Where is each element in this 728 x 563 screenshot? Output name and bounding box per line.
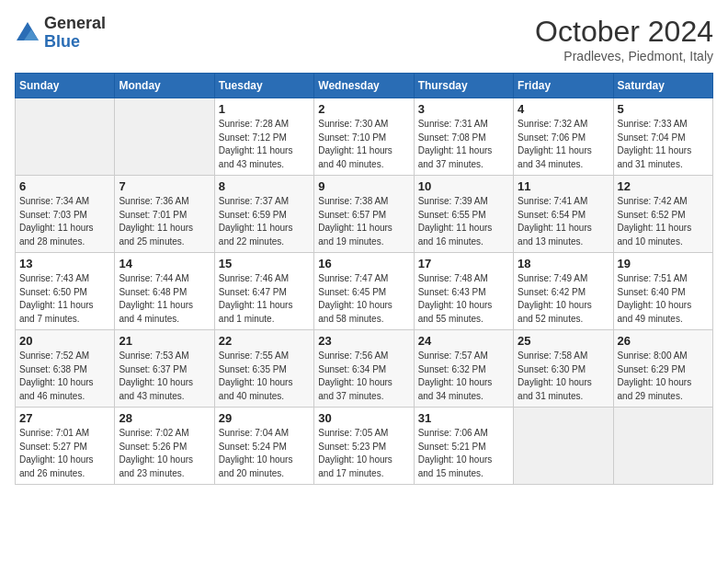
logo-text: General Blue [44, 15, 106, 52]
calendar-week-3: 13Sunrise: 7:43 AMSunset: 6:50 PMDayligh… [16, 253, 713, 330]
day-detail: Sunrise: 7:58 AMSunset: 6:30 PMDaylight:… [518, 350, 609, 403]
calendar-cell: 3Sunrise: 7:31 AMSunset: 7:08 PMDaylight… [414, 98, 513, 176]
day-number: 11 [518, 179, 609, 193]
day-detail: Sunrise: 7:46 AMSunset: 6:47 PMDaylight:… [219, 272, 310, 326]
day-number: 5 [618, 102, 709, 116]
calendar-cell: 14Sunrise: 7:44 AMSunset: 6:48 PMDayligh… [115, 253, 214, 330]
day-number: 7 [119, 179, 210, 193]
month-title: October 2024 [535, 15, 713, 49]
logo-general: General [44, 14, 106, 32]
calendar-cell: 23Sunrise: 7:56 AMSunset: 6:34 PMDayligh… [314, 330, 414, 408]
day-detail: Sunrise: 7:42 AMSunset: 6:52 PMDaylight:… [618, 195, 709, 248]
calendar-week-4: 20Sunrise: 7:52 AMSunset: 6:38 PMDayligh… [16, 330, 713, 408]
day-number: 8 [219, 179, 310, 193]
calendar-cell [16, 98, 115, 176]
day-detail: Sunrise: 7:06 AMSunset: 5:21 PMDaylight:… [418, 427, 509, 480]
day-detail: Sunrise: 7:28 AMSunset: 7:12 PMDaylight:… [219, 118, 310, 171]
calendar-cell: 31Sunrise: 7:06 AMSunset: 5:21 PMDayligh… [414, 408, 513, 485]
day-detail: Sunrise: 7:38 AMSunset: 6:57 PMDaylight:… [318, 195, 409, 248]
day-number: 26 [618, 334, 709, 348]
day-number: 18 [518, 257, 609, 270]
day-number: 29 [219, 411, 310, 425]
calendar-week-1: 1Sunrise: 7:28 AMSunset: 7:12 PMDaylight… [16, 98, 713, 176]
col-header-friday: Friday [514, 74, 613, 98]
day-detail: Sunrise: 7:57 AMSunset: 6:32 PMDaylight:… [418, 350, 509, 403]
calendar-cell: 18Sunrise: 7:49 AMSunset: 6:42 PMDayligh… [514, 253, 613, 330]
page-header: General Blue October 2024 Pradleves, Pie… [15, 15, 713, 63]
calendar-cell [514, 408, 613, 485]
day-detail: Sunrise: 7:32 AMSunset: 7:06 PMDaylight:… [518, 118, 609, 171]
day-number: 22 [219, 334, 310, 348]
day-detail: Sunrise: 7:47 AMSunset: 6:45 PMDaylight:… [318, 272, 409, 326]
day-number: 24 [418, 334, 509, 348]
calendar-cell: 7Sunrise: 7:36 AMSunset: 7:01 PMDaylight… [115, 176, 214, 253]
calendar-cell: 11Sunrise: 7:41 AMSunset: 6:54 PMDayligh… [514, 176, 613, 253]
day-detail: Sunrise: 7:55 AMSunset: 6:35 PMDaylight:… [219, 350, 310, 403]
location-subtitle: Pradleves, Piedmont, Italy [535, 49, 713, 63]
calendar-cell: 22Sunrise: 7:55 AMSunset: 6:35 PMDayligh… [214, 330, 313, 408]
logo-icon [15, 20, 40, 46]
day-number: 30 [318, 411, 409, 425]
day-detail: Sunrise: 7:02 AMSunset: 5:26 PMDaylight:… [119, 427, 210, 480]
day-number: 13 [19, 257, 110, 270]
day-number: 25 [518, 334, 609, 348]
day-detail: Sunrise: 7:33 AMSunset: 7:04 PMDaylight:… [618, 118, 709, 171]
calendar-cell [613, 408, 712, 485]
calendar-cell: 4Sunrise: 7:32 AMSunset: 7:06 PMDaylight… [514, 98, 613, 176]
day-detail: Sunrise: 7:43 AMSunset: 6:50 PMDaylight:… [19, 272, 110, 326]
calendar-cell: 19Sunrise: 7:51 AMSunset: 6:40 PMDayligh… [613, 253, 712, 330]
day-number: 20 [19, 334, 110, 348]
day-number: 6 [19, 179, 110, 193]
day-detail: Sunrise: 7:56 AMSunset: 6:34 PMDaylight:… [318, 350, 409, 403]
calendar-cell: 10Sunrise: 7:39 AMSunset: 6:55 PMDayligh… [414, 176, 513, 253]
day-number: 12 [618, 179, 709, 193]
day-detail: Sunrise: 7:48 AMSunset: 6:43 PMDaylight:… [418, 272, 509, 326]
col-header-saturday: Saturday [613, 74, 712, 98]
day-number: 19 [618, 257, 709, 270]
day-number: 23 [318, 334, 409, 348]
day-number: 27 [19, 411, 110, 425]
column-headers: SundayMondayTuesdayWednesdayThursdayFrid… [16, 74, 713, 98]
calendar-cell: 26Sunrise: 8:00 AMSunset: 6:29 PMDayligh… [613, 330, 712, 408]
calendar-cell: 30Sunrise: 7:05 AMSunset: 5:23 PMDayligh… [314, 408, 414, 485]
day-detail: Sunrise: 7:52 AMSunset: 6:38 PMDaylight:… [19, 350, 110, 403]
calendar-cell [115, 98, 214, 176]
day-number: 17 [418, 257, 509, 270]
logo-blue: Blue [44, 32, 80, 51]
day-number: 4 [518, 102, 609, 116]
calendar-cell: 17Sunrise: 7:48 AMSunset: 6:43 PMDayligh… [414, 253, 513, 330]
calendar-week-5: 27Sunrise: 7:01 AMSunset: 5:27 PMDayligh… [16, 408, 713, 485]
calendar-cell: 1Sunrise: 7:28 AMSunset: 7:12 PMDaylight… [214, 98, 313, 176]
calendar-cell: 29Sunrise: 7:04 AMSunset: 5:24 PMDayligh… [214, 408, 313, 485]
day-number: 16 [318, 257, 409, 270]
day-detail: Sunrise: 7:36 AMSunset: 7:01 PMDaylight:… [119, 195, 210, 248]
calendar-cell: 25Sunrise: 7:58 AMSunset: 6:30 PMDayligh… [514, 330, 613, 408]
day-detail: Sunrise: 7:49 AMSunset: 6:42 PMDaylight:… [518, 272, 609, 326]
day-detail: Sunrise: 7:51 AMSunset: 6:40 PMDaylight:… [618, 272, 709, 326]
calendar-cell: 2Sunrise: 7:30 AMSunset: 7:10 PMDaylight… [314, 98, 414, 176]
calendar-cell: 28Sunrise: 7:02 AMSunset: 5:26 PMDayligh… [115, 408, 214, 485]
calendar-cell: 13Sunrise: 7:43 AMSunset: 6:50 PMDayligh… [16, 253, 115, 330]
calendar-cell: 8Sunrise: 7:37 AMSunset: 6:59 PMDaylight… [214, 176, 313, 253]
calendar-table: SundayMondayTuesdayWednesdayThursdayFrid… [15, 73, 713, 485]
col-header-tuesday: Tuesday [214, 74, 313, 98]
calendar-cell: 5Sunrise: 7:33 AMSunset: 7:04 PMDaylight… [613, 98, 712, 176]
day-number: 1 [219, 102, 310, 116]
calendar-cell: 16Sunrise: 7:47 AMSunset: 6:45 PMDayligh… [314, 253, 414, 330]
logo: General Blue [15, 15, 106, 52]
day-detail: Sunrise: 7:34 AMSunset: 7:03 PMDaylight:… [19, 195, 110, 248]
day-detail: Sunrise: 7:04 AMSunset: 5:24 PMDaylight:… [219, 427, 310, 480]
calendar-cell: 15Sunrise: 7:46 AMSunset: 6:47 PMDayligh… [214, 253, 313, 330]
day-detail: Sunrise: 7:31 AMSunset: 7:08 PMDaylight:… [418, 118, 509, 171]
day-number: 3 [418, 102, 509, 116]
day-number: 21 [119, 334, 210, 348]
day-number: 10 [418, 179, 509, 193]
day-detail: Sunrise: 7:37 AMSunset: 6:59 PMDaylight:… [219, 195, 310, 248]
day-detail: Sunrise: 7:30 AMSunset: 7:10 PMDaylight:… [318, 118, 409, 171]
day-detail: Sunrise: 7:01 AMSunset: 5:27 PMDaylight:… [19, 427, 110, 480]
day-number: 2 [318, 102, 409, 116]
day-number: 14 [119, 257, 210, 270]
col-header-monday: Monday [115, 74, 214, 98]
day-number: 31 [418, 411, 509, 425]
day-number: 28 [119, 411, 210, 425]
